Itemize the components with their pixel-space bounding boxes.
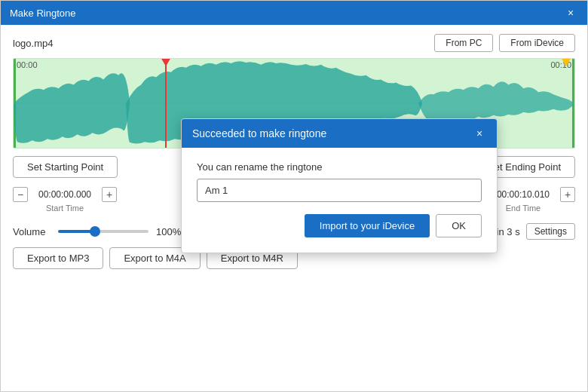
export-mp3-button[interactable]: Export to MP3 <box>13 247 103 269</box>
settings-button[interactable]: Settings <box>526 223 575 240</box>
start-time-minus-button[interactable]: − <box>13 187 28 202</box>
modal-body-label: You can rename the ringtone <box>197 161 482 173</box>
app-window: Make Ringtone × logo.mp4 From PC From iD… <box>0 0 588 392</box>
set-starting-point-button[interactable]: Set Starting Point <box>13 156 118 178</box>
from-pc-button[interactable]: From PC <box>434 34 493 52</box>
ringtone-name-input[interactable] <box>197 179 482 202</box>
modal-close-button[interactable]: × <box>473 127 486 140</box>
modal-ok-button[interactable]: OK <box>436 214 482 237</box>
top-buttons: From PC From iDevice <box>434 34 575 52</box>
modal-title: Succeeded to make ringtone <box>192 127 326 139</box>
start-time-value: 00:00:00.000 <box>31 189 99 200</box>
top-row: logo.mp4 From PC From iDevice <box>13 34 575 52</box>
title-bar: Make Ringtone × <box>1 1 587 25</box>
modal-dialog: Succeeded to make ringtone × You can ren… <box>181 118 498 253</box>
playhead[interactable] <box>165 59 167 148</box>
start-time-label: Start Time <box>46 204 84 213</box>
start-time-plus-button[interactable]: + <box>102 187 117 202</box>
window-title: Make Ringtone <box>10 8 75 19</box>
end-marker[interactable] <box>570 59 571 148</box>
volume-slider[interactable] <box>58 230 149 233</box>
end-time-plus-button[interactable]: + <box>560 187 575 202</box>
start-time-row: − 00:00:00.000 + <box>13 187 117 202</box>
modal-buttons: Import to your iDevice OK <box>197 214 482 237</box>
file-name: logo.mp4 <box>13 38 53 49</box>
window-close-button[interactable]: × <box>563 5 578 20</box>
start-time-group: − 00:00:00.000 + Start Time <box>13 187 117 213</box>
volume-percent: 100% <box>156 226 181 237</box>
end-marker-triangle <box>561 58 571 66</box>
modal-body: You can rename the ringtone Import to yo… <box>182 148 497 253</box>
volume-label: Volume <box>13 226 51 237</box>
from-idevice-button[interactable]: From iDevice <box>499 34 575 52</box>
playhead-marker <box>161 58 171 66</box>
main-content: logo.mp4 From PC From iDevice <box>1 25 587 391</box>
modal-header: Succeeded to make ringtone × <box>182 119 497 148</box>
end-time-value: 00:00:10.010 <box>489 189 557 200</box>
volume-left: Volume 100% <box>13 226 181 237</box>
import-to-idevice-button[interactable]: Import to your iDevice <box>305 214 430 237</box>
end-time-label: End Time <box>506 204 541 213</box>
waveform-time-start: 00:00 <box>17 60 38 69</box>
